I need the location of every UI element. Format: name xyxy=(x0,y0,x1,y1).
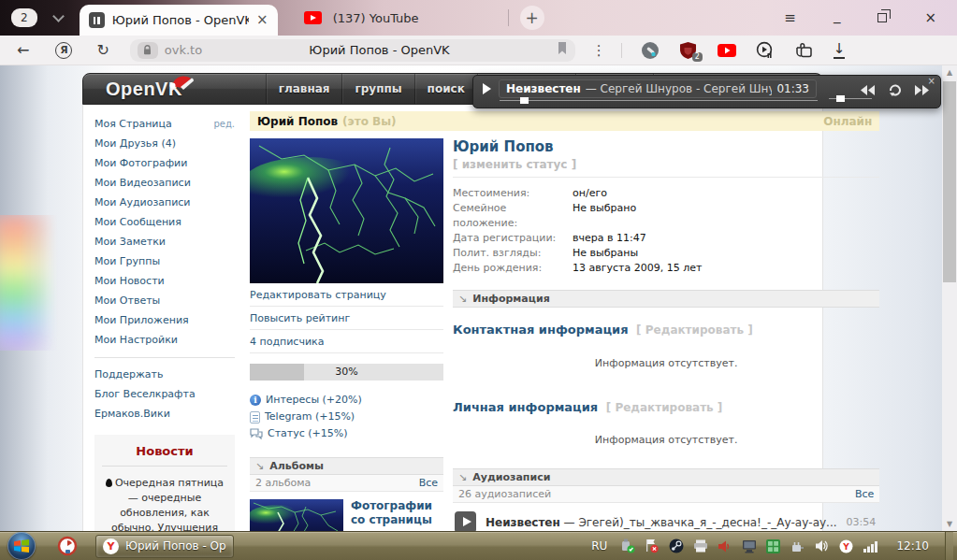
nav-main[interactable]: главная xyxy=(266,74,342,104)
followers-link[interactable]: 4 подписчика xyxy=(250,330,443,353)
new-tab-button[interactable]: + xyxy=(520,6,544,30)
downloads-icon[interactable]: ↓ xyxy=(834,42,846,59)
safely-remove-icon[interactable] xyxy=(790,538,805,554)
media-extension-icon[interactable] xyxy=(756,41,775,60)
player-progress-handle[interactable] xyxy=(520,97,529,104)
restore-button[interactable] xyxy=(877,13,887,22)
omnibox[interactable]: ovk.to Юрий Попов - OpenVK xyxy=(130,39,575,62)
sidebar-item-wiki[interactable]: Ермаков.Вики xyxy=(94,404,235,424)
show-desktop-button[interactable] xyxy=(945,532,953,560)
sidebar-item-answers[interactable]: Мои Ответы xyxy=(94,291,235,310)
volume-icon[interactable] xyxy=(814,538,830,554)
sidebar-item-audios[interactable]: Мои Аудиозаписи xyxy=(94,193,235,212)
section-arrow-icon: ↘ xyxy=(458,293,467,305)
audios-all-link[interactable]: Все xyxy=(855,488,874,500)
network-signal-icon[interactable] xyxy=(863,538,878,554)
player-volume-handle[interactable] xyxy=(836,95,845,102)
action-center-flag-icon[interactable] xyxy=(644,538,660,554)
sidebar-item-photos[interactable]: Мои Фотографии xyxy=(94,153,235,173)
start-button[interactable] xyxy=(7,532,36,560)
scrollbar-thumb[interactable] xyxy=(943,81,956,282)
sidebar-item-settings[interactable]: Мои Настройки xyxy=(94,330,235,350)
album-title-link[interactable]: Фотографии со страницы xyxy=(351,499,443,527)
sidebar-edit-link[interactable]: ред. xyxy=(213,114,235,134)
tab-audio-pause-icon[interactable] xyxy=(89,12,105,28)
sidebar-item-apps[interactable]: Мои Приложения xyxy=(94,310,235,330)
nav-search[interactable]: поиск xyxy=(414,74,477,104)
information-header: Информация xyxy=(472,293,550,305)
lock-icon[interactable] xyxy=(138,42,158,59)
player-play-icon[interactable] xyxy=(483,83,491,94)
back-button[interactable]: ← xyxy=(17,41,29,59)
extension-wrench-icon[interactable] xyxy=(641,41,660,60)
audios-header: Аудиозаписи xyxy=(472,471,550,483)
sidebar-item-friends[interactable]: Мои Друзья (4) xyxy=(94,134,235,153)
player-repeat-icon[interactable] xyxy=(888,84,902,96)
audios-count-row: 26 аудиозаписей Все xyxy=(453,486,879,503)
taskbar-app-button[interactable]: Y Юрий Попов - Ope... xyxy=(95,535,234,558)
youtube-extension-icon[interactable] xyxy=(718,41,736,60)
boost-telegram-link[interactable]: Telegram (+15%) xyxy=(250,409,443,425)
albums-all-link[interactable]: Все xyxy=(419,477,438,489)
green-apps-icon[interactable] xyxy=(765,538,781,554)
browser-menu-icon[interactable]: ≡ xyxy=(784,9,796,26)
player-progress-bar[interactable] xyxy=(500,100,818,101)
tab-openvk[interactable]: Юрий Попов - OpenVK × xyxy=(80,5,278,36)
boost-rating-link[interactable]: Повысить рейтинг xyxy=(250,307,443,330)
refresh-button[interactable]: ↻ xyxy=(96,41,109,59)
youtube-favicon xyxy=(304,11,322,24)
yandex-home-icon[interactable]: Я xyxy=(55,42,72,59)
yandex-tray-icon[interactable]: Y xyxy=(838,538,854,554)
boost-interests-link[interactable]: i Интересы (+20%) xyxy=(250,392,443,409)
edit-page-link[interactable]: Редактировать страницу xyxy=(250,283,443,307)
tab-youtube[interactable]: (137) YouTube xyxy=(304,11,491,25)
page-scrollbar[interactable]: ▲ ▼ xyxy=(942,65,957,531)
printer-icon[interactable] xyxy=(692,538,708,554)
sidebar-item-videos[interactable]: Мои Видеозаписи xyxy=(94,173,235,193)
album-thumbnail[interactable] xyxy=(250,499,343,531)
avatar[interactable] xyxy=(250,138,443,283)
play-button[interactable] xyxy=(455,511,476,531)
red-speaker-icon[interactable] xyxy=(717,538,732,554)
omnibox-menu-icon[interactable]: ⋮ xyxy=(592,42,606,59)
close-window-button[interactable]: × xyxy=(924,9,936,26)
sidebar-item-my-page[interactable]: Моя Страница ред. xyxy=(94,114,235,134)
sidebar-item-groups[interactable]: Мои Группы xyxy=(94,251,235,271)
sidebar-item-donate[interactable]: Поддержать xyxy=(94,365,235,384)
albums-header-bar[interactable]: ↘ Альбомы xyxy=(250,457,443,475)
section-arrow-icon: ↘ xyxy=(458,471,467,483)
tab-close-icon[interactable]: × xyxy=(256,13,268,27)
nav-groups[interactable]: группы xyxy=(341,74,413,104)
language-indicator[interactable]: RU xyxy=(591,539,607,553)
contact-edit-link[interactable]: [ Редактировать ] xyxy=(636,323,753,337)
taskbar-clock[interactable]: 12:10 xyxy=(896,539,929,553)
ublock-icon[interactable]: 2 xyxy=(679,41,698,60)
sidebar-item-blog[interactable]: Блог Веселкрафта xyxy=(94,384,235,404)
tab-count-button[interactable]: 2 xyxy=(11,8,37,27)
bookmark-icon[interactable] xyxy=(557,41,568,59)
pinned-app-icon[interactable] xyxy=(56,535,79,557)
sidebar-item-messages[interactable]: Мои Сообщения xyxy=(94,212,235,232)
sidebar-item-notes[interactable]: Мои Заметки xyxy=(94,232,235,251)
document-icon xyxy=(250,411,260,424)
scroll-down-icon[interactable]: ▼ xyxy=(942,517,957,531)
change-status-link[interactable]: [ изменить статус ] xyxy=(453,158,879,178)
personal-edit-link[interactable]: [ Редактировать ] xyxy=(606,401,723,414)
page-title: Юрий Попов - OpenVK xyxy=(202,43,557,57)
player-next-icon[interactable] xyxy=(914,85,929,95)
player-volume-slider[interactable] xyxy=(829,98,872,99)
track-artist[interactable]: Неизвестен xyxy=(486,516,560,529)
player-prev-icon[interactable] xyxy=(861,85,876,95)
extension-gesture-icon[interactable] xyxy=(794,41,813,60)
steam-icon[interactable] xyxy=(668,538,684,554)
scroll-up-icon[interactable]: ▲ xyxy=(942,65,957,79)
monitor-icon[interactable] xyxy=(741,538,757,554)
audios-header-bar[interactable]: ↘ Аудиозаписи xyxy=(453,468,879,486)
boost-status-link[interactable]: Статус (+15%) xyxy=(250,425,443,442)
sidebar-item-news[interactable]: Мои Новости xyxy=(94,271,235,291)
information-header-bar[interactable]: ↘ Информация xyxy=(453,290,879,308)
minimize-button[interactable]: _ xyxy=(834,7,841,23)
candle-icon xyxy=(106,479,112,487)
usb-device-icon[interactable] xyxy=(619,538,635,554)
chevron-down-icon[interactable] xyxy=(52,10,65,22)
